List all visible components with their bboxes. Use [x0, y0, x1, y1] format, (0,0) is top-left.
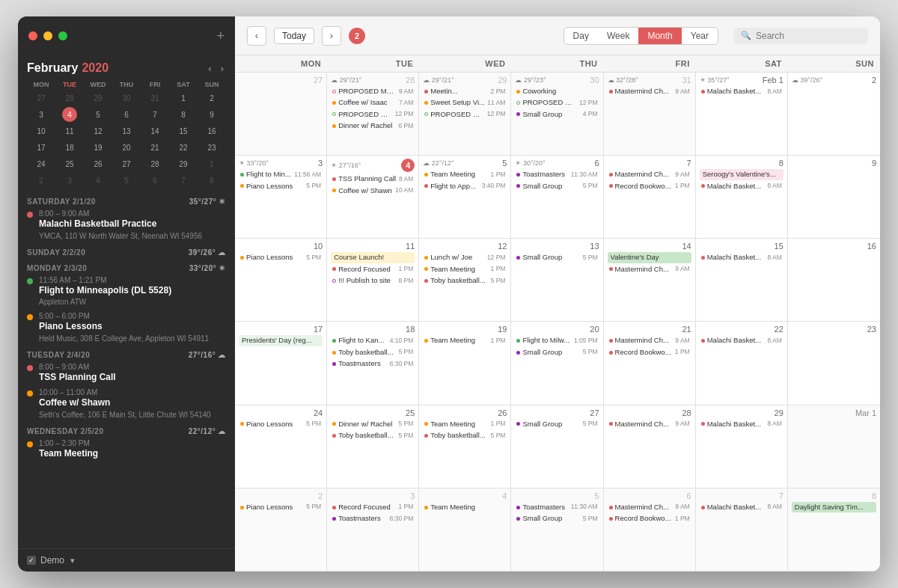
cal-event[interactable]: Flight to Milw...1:05 PM	[515, 335, 599, 346]
cal-event-allday[interactable]: Daylight Saving Tim...	[792, 502, 876, 512]
week-view-button[interactable]: Week	[598, 28, 638, 44]
cal-cell[interactable]: 23	[788, 322, 880, 404]
cal-event[interactable]: Mastermind Ch...9 AM	[608, 335, 691, 346]
cal-cell[interactable]: 27 Small Group5 PM	[511, 405, 603, 488]
cal-event[interactable]: Team Meeting1 PM	[423, 169, 507, 180]
cal-event[interactable]: Record Focused1 PM	[331, 502, 415, 512]
cal-cell[interactable]: 28 Mastermind Ch...9 AM	[604, 405, 696, 488]
cal-event[interactable]: Dinner w/ Rachel6 PM	[331, 120, 415, 131]
mini-day[interactable]: 16	[204, 123, 219, 138]
cal-cell[interactable]: 13 Small Group5 PM	[511, 239, 603, 321]
sidebar-event[interactable]: 8:00 – 9:00 AM Malachi Basketball Practi…	[27, 209, 226, 241]
cal-cell[interactable]: 25 Dinner w/ Rachel5 PM Toby basketball.…	[327, 405, 419, 488]
cal-event[interactable]: Flight to Min...11:56 AM	[239, 169, 323, 180]
mini-day[interactable]: 13	[119, 123, 134, 138]
mini-day[interactable]: 12	[91, 123, 106, 138]
cal-cell[interactable]: 15 Malachi Basket...8 AM	[696, 239, 788, 321]
cal-event[interactable]: Team Meeting1 PM	[423, 264, 507, 275]
mini-day[interactable]: 28	[147, 156, 162, 171]
account-label[interactable]: Demo	[40, 555, 64, 566]
cal-event[interactable]: Mastermind Ch...9 AM	[608, 169, 691, 180]
cal-cell[interactable]: ☁ 39°/26° 2	[788, 73, 880, 155]
cal-event[interactable]: Dinner w/ Rachel5 PM	[331, 419, 415, 429]
cal-event[interactable]: Mastermind Ch...9 AM	[608, 86, 691, 97]
mini-day[interactable]: 27	[34, 91, 49, 105]
cal-event[interactable]: Small Group4 PM	[515, 109, 599, 120]
cal-event[interactable]: PROPOSED Meetin...12 PM	[515, 97, 599, 108]
cal-cell[interactable]: 11 Course Launch! Record Focused1 PM !!!…	[327, 239, 419, 321]
mini-day[interactable]: 27	[119, 156, 134, 171]
cal-event[interactable]: Team Meeting1 PM	[423, 419, 507, 429]
cal-cell[interactable]: 3 Record Focused1 PM Toastmasters6:30 PM	[327, 489, 419, 571]
year-view-button[interactable]: Year	[682, 28, 718, 44]
cal-cell[interactable]: 6 Mastermind Ch...9 AM Record Bookwo...1…	[604, 489, 696, 571]
cal-event[interactable]: Toastmasters11:30 AM	[515, 502, 599, 512]
cal-cell[interactable]: 29 Malachi Basket...8 AM	[696, 405, 788, 488]
mini-day[interactable]: 3	[62, 173, 77, 188]
cal-event[interactable]: Lunch w/ Joe12 PM	[423, 252, 507, 263]
cal-event[interactable]: PROPOSED Meetin...9 AM	[331, 86, 415, 97]
cal-event[interactable]: Coffee w/ Isaac7 AM	[331, 97, 415, 108]
cal-event[interactable]: Malachi Basket...8 AM	[700, 252, 784, 263]
cal-event[interactable]: Toastmasters6:30 PM	[331, 513, 415, 524]
mini-day[interactable]: 7	[147, 107, 162, 122]
cal-cell[interactable]: 27	[235, 73, 327, 155]
cal-event[interactable]: !!! Publish to site8 PM	[331, 275, 415, 286]
mini-prev-button[interactable]: ‹	[206, 62, 213, 75]
mini-day[interactable]: 3	[34, 107, 49, 122]
cal-cell[interactable]: 8 Seroogy's Valentine's... Malachi Baske…	[696, 156, 788, 238]
cal-event[interactable]: Record Bookwo...1 PM	[608, 181, 691, 192]
cal-event[interactable]: Small Group5 PM	[515, 181, 599, 192]
notification-badge[interactable]: 2	[349, 28, 365, 44]
sidebar-event[interactable]: 10:00 – 11:00 AM Coffee w/ Shawn Seth's …	[27, 388, 226, 420]
cal-event[interactable]: Toby basketball...5 PM	[331, 430, 415, 441]
minimize-button[interactable]	[43, 31, 52, 40]
mini-day[interactable]: 26	[91, 156, 106, 171]
mini-day[interactable]: 1	[176, 91, 191, 105]
cal-event[interactable]: Malachi Basket...8 AM	[700, 86, 784, 97]
cal-event[interactable]: Team Meeting	[423, 502, 507, 512]
cal-cell[interactable]: 10 Piano Lessons5 PM	[235, 239, 327, 321]
cal-event[interactable]: Toby basketball...5 PM	[331, 347, 415, 358]
cal-cell-today[interactable]: ☀ 27°/16° 4 TSS Planning Call8 AM Coffee…	[327, 156, 419, 238]
cal-event[interactable]: Mastermind Ch...9 AM	[608, 502, 691, 512]
cal-cell[interactable]: 20 Flight to Milw...1:05 PM Small Group5…	[511, 322, 603, 404]
mini-day[interactable]: 1	[204, 156, 219, 171]
mini-day[interactable]: 9	[204, 107, 219, 122]
cal-cell[interactable]: 8 Daylight Saving Tim...	[788, 489, 880, 571]
cal-cell[interactable]: 17 Presidents' Day (reg...	[235, 322, 327, 404]
mini-day[interactable]: 2	[34, 173, 49, 188]
cal-event[interactable]: Toastmasters11:30 AM	[515, 169, 599, 180]
cal-cell[interactable]: 9	[788, 156, 880, 238]
cal-event[interactable]: Record Bookwo...1 PM	[608, 513, 691, 524]
cal-event[interactable]: Malachi Basket...8 AM	[700, 502, 784, 512]
today-button[interactable]: Today	[274, 28, 314, 44]
cal-cell[interactable]: 16	[788, 239, 880, 321]
sidebar-event[interactable]: 5:00 – 6:00 PM Piano Lessons Held Music,…	[27, 312, 226, 343]
mini-day[interactable]: 22	[176, 140, 191, 155]
cal-cell[interactable]: 2 Piano Lessons5 PM	[235, 489, 327, 571]
mini-day[interactable]: 19	[91, 140, 106, 155]
cal-event[interactable]: Piano Lessons5 PM	[239, 419, 323, 429]
mini-day[interactable]: 18	[62, 140, 77, 155]
cal-event[interactable]: Piano Lessons5 PM	[239, 181, 323, 192]
cal-event[interactable]: Malachi Basket...8 AM	[700, 419, 784, 429]
cal-cell[interactable]: ☀ 35°/27° Feb 1 Malachi Basket...8 AM	[696, 73, 788, 155]
cal-event[interactable]: Mastermind Ch...9 AM	[608, 419, 691, 429]
cal-cell[interactable]: ☁ 32°/28° 31 Mastermind Ch...9 AM	[604, 73, 696, 155]
cal-cell[interactable]: ☁ 29°/23° 30 Coworking PROPOSED Meetin..…	[511, 73, 603, 155]
mini-day[interactable]: 10	[34, 123, 49, 138]
cal-cell[interactable]: ☀ 33°/20° 3 Flight to Min...11:56 AM Pia…	[235, 156, 327, 238]
cal-event[interactable]: Small Group5 PM	[515, 347, 599, 358]
cal-event[interactable]: Record Bookwo...1 PM	[608, 347, 691, 358]
mini-day[interactable]: 17	[34, 140, 49, 155]
cal-event-allday[interactable]: Seroogy's Valentine's...	[700, 169, 784, 180]
footer-checkbox[interactable]: ✓	[27, 556, 36, 565]
mini-day[interactable]: 25	[62, 156, 77, 171]
cal-cell[interactable]: 5 Toastmasters11:30 AM Small Group5 PM	[511, 489, 603, 571]
account-dropdown-icon[interactable]: ▾	[70, 556, 75, 566]
cal-event[interactable]: Flight to Kan...4:10 PM	[331, 335, 415, 346]
cal-cell[interactable]: 22 Malachi Basket...8 AM	[696, 322, 788, 404]
cal-event-allday[interactable]: Presidents' Day (reg...	[239, 335, 323, 346]
cal-cell[interactable]: ☁ 29°/21° 28 PROPOSED Meetin...9 AM Coff…	[327, 73, 419, 155]
